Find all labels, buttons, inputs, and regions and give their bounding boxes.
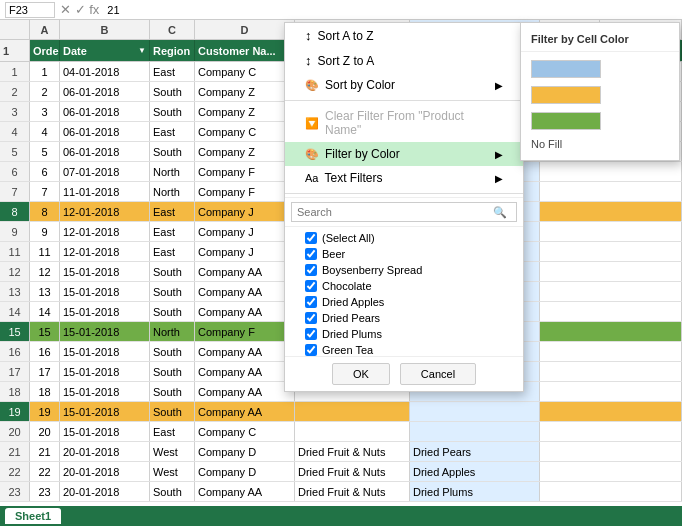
row-num-cell: 22 [0, 462, 30, 481]
region-cell: North [150, 182, 195, 201]
list-item[interactable]: Chocolate [285, 278, 523, 294]
search-input[interactable] [291, 202, 517, 222]
color-swatch [531, 112, 601, 130]
date-cell: 12-01-2018 [60, 202, 150, 221]
item-checkbox[interactable] [305, 328, 317, 340]
sort-z-a-item[interactable]: ↕ Sort Z to A [285, 48, 523, 73]
spreadsheet: ✕ ✓ fx 21 A B C D E F G N 1 Order ▼ Date… [0, 0, 682, 526]
region-cell: East [150, 222, 195, 241]
date-cell: 11-01-2018 [60, 182, 150, 201]
order-cell: 1 [30, 62, 60, 81]
order-cell: 18 [30, 382, 60, 401]
table-row: 19 19 15-01-2018 South Company AA [0, 402, 682, 422]
select-all-item[interactable]: (Select All) [285, 230, 523, 246]
category-cell: Dried Fruit & Nuts [295, 482, 410, 501]
extra-cell [540, 262, 682, 281]
list-item[interactable]: Dried Plums [285, 326, 523, 342]
color-swatch-item[interactable] [521, 56, 679, 82]
item-checkbox[interactable] [305, 344, 317, 356]
order-cell: 17 [30, 362, 60, 381]
product-cell [410, 402, 540, 421]
region-cell: East [150, 242, 195, 261]
row-num-cell: 3 [0, 102, 30, 121]
item-checkbox[interactable] [305, 248, 317, 260]
item-checkbox[interactable] [305, 312, 317, 324]
filter-by-color-item[interactable]: 🎨 Filter by Color ▶ [285, 142, 523, 166]
text-filters-item[interactable]: Aa Text Filters ▶ [285, 166, 523, 190]
row-num-cell: 13 [0, 282, 30, 301]
order-cell: 21 [30, 442, 60, 461]
order-cell: 2 [30, 82, 60, 101]
region-cell: East [150, 62, 195, 81]
customer-cell: Company AA [195, 302, 295, 321]
region-cell: North [150, 322, 195, 341]
date-cell: 12-01-2018 [60, 222, 150, 241]
header-customer-name: Customer Na... ▼ [195, 40, 295, 61]
extra-cell [540, 442, 682, 461]
sort-a-z-item[interactable]: ↕ Sort A to Z [285, 23, 523, 48]
customer-cell: Company C [195, 62, 295, 81]
category-cell [295, 402, 410, 421]
color-swatch-item[interactable] [521, 82, 679, 108]
extra-cell [540, 342, 682, 361]
item-checkbox[interactable] [305, 264, 317, 276]
color-submenu[interactable]: Filter by Cell Color No Fill [520, 22, 680, 161]
clear-filter-item[interactable]: 🔽 Clear Filter From "Product Name" [285, 104, 523, 142]
region-cell: West [150, 462, 195, 481]
date-cell: 06-01-2018 [60, 142, 150, 161]
corner-cell [0, 20, 30, 39]
ok-button[interactable]: OK [332, 363, 390, 385]
customer-cell: Company Z [195, 142, 295, 161]
customer-cell: Company C [195, 122, 295, 141]
category-cell [295, 422, 410, 441]
customer-cell: Company J [195, 202, 295, 221]
no-fill-item[interactable]: No Fill [521, 134, 679, 154]
order-cell: 20 [30, 422, 60, 441]
customer-cell: Company F [195, 182, 295, 201]
header-date: Date ▼ [60, 40, 150, 61]
sheet-tab[interactable]: Sheet1 [5, 508, 61, 524]
order-cell: 3 [30, 102, 60, 121]
color-swatch [531, 86, 601, 104]
region-cell: South [150, 382, 195, 401]
region-cell: South [150, 262, 195, 281]
extra-cell [540, 422, 682, 441]
list-item[interactable]: Dried Apples [285, 294, 523, 310]
item-checkbox[interactable] [305, 280, 317, 292]
sort-by-color-item[interactable]: 🎨 Sort by Color ▶ [285, 73, 523, 97]
order-cell: 13 [30, 282, 60, 301]
customer-cell: Company D [195, 462, 295, 481]
list-item[interactable]: Boysenberry Spread [285, 262, 523, 278]
extra-cell [540, 222, 682, 241]
date-cell: 20-01-2018 [60, 442, 150, 461]
row-num-cell: 9 [0, 222, 30, 241]
row-num-cell: 17 [0, 362, 30, 381]
table-row: 20 20 15-01-2018 East Company C [0, 422, 682, 442]
color-swatch-item[interactable] [521, 108, 679, 134]
date-cell: 07-01-2018 [60, 162, 150, 181]
region-cell: East [150, 122, 195, 141]
col-header-b: B [60, 20, 150, 39]
filter-color-submenu-arrow: ▶ [495, 149, 503, 160]
select-all-checkbox[interactable] [305, 232, 317, 244]
extra-cell [540, 322, 682, 341]
filter-dropdown[interactable]: ↕ Sort A to Z ↕ Sort Z to A 🎨 Sort by Co… [284, 22, 524, 392]
date-cell: 15-01-2018 [60, 402, 150, 421]
date-cell: 15-01-2018 [60, 382, 150, 401]
name-box[interactable] [5, 2, 55, 18]
row-num-cell: 1 [0, 62, 30, 81]
cancel-button[interactable]: Cancel [400, 363, 476, 385]
search-container: 🔍 [285, 197, 523, 227]
item-label: Dried Apples [322, 296, 384, 308]
list-item[interactable]: Green Tea [285, 342, 523, 357]
col-header-a: A [30, 20, 60, 39]
date-cell: 20-01-2018 [60, 462, 150, 481]
sort-az-icon: ↕ [305, 28, 312, 43]
region-cell: South [150, 82, 195, 101]
items-checklist[interactable]: (Select All)BeerBoysenberry SpreadChocol… [285, 227, 523, 357]
separator-1 [285, 100, 523, 101]
list-item[interactable]: Dried Pears [285, 310, 523, 326]
row-num-cell: 8 [0, 202, 30, 221]
list-item[interactable]: Beer [285, 246, 523, 262]
item-checkbox[interactable] [305, 296, 317, 308]
